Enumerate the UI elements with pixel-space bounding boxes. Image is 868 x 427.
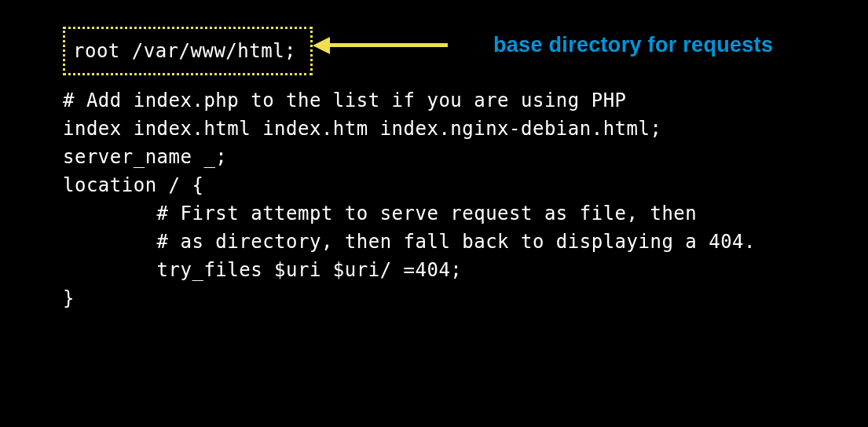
annotation-callout: base directory for requests xyxy=(313,33,773,57)
comment-tryfiles-1: # First attempt to serve request as file… xyxy=(63,199,756,228)
tryfiles-directive: try_files $uri $uri/ =404; xyxy=(63,256,756,284)
annotation-label: base directory for requests xyxy=(493,33,773,57)
arrow-left-icon xyxy=(313,37,448,54)
index-directive: index index.html index.htm index.nginx-d… xyxy=(63,115,756,143)
location-close: } xyxy=(63,284,756,312)
comment-php: # Add index.php to the list if you are u… xyxy=(63,86,756,115)
highlighted-config-line: root /var/www/html; xyxy=(63,27,313,75)
server-name-directive: server_name _; xyxy=(63,143,756,171)
root-directive: root /var/www/html; xyxy=(73,40,296,62)
location-open: location / { xyxy=(63,171,756,199)
code-slide: root /var/www/html; base directory for r… xyxy=(0,0,868,427)
nginx-config-block: # Add index.php to the list if you are u… xyxy=(63,86,756,312)
comment-tryfiles-2: # as directory, then fall back to displa… xyxy=(63,228,756,256)
